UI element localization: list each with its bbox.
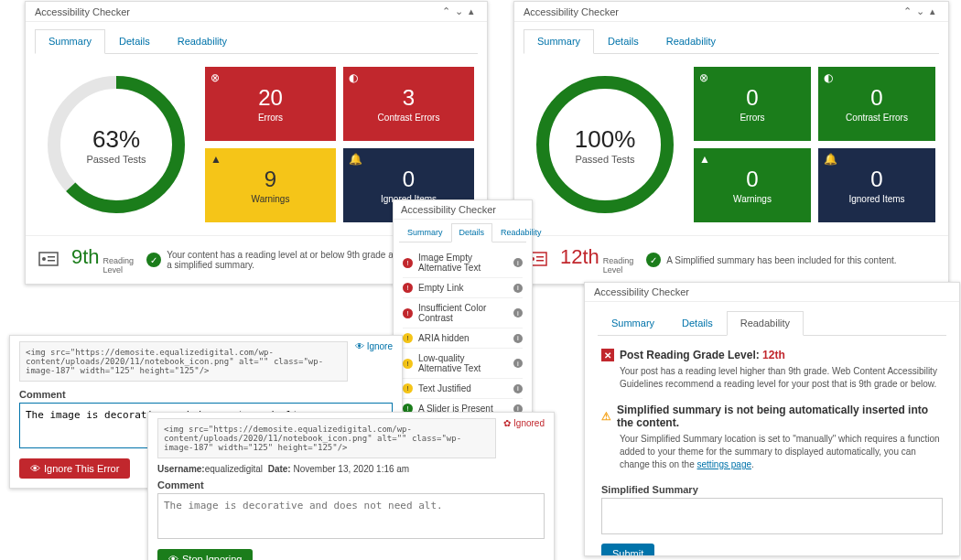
red-dot-icon: !: [403, 308, 413, 318]
reading-level-heading: ✕ Post Reading Grade Level: 12th: [601, 349, 943, 361]
eye-off-icon: 👁: [30, 463, 40, 474]
detail-item[interactable]: !Empty Linki: [403, 278, 523, 298]
info-icon[interactable]: i: [513, 359, 523, 368]
detail-label: Text Justified: [418, 383, 508, 393]
panel-header: Accessibility Checker ⌃ ⌄ ▴: [26, 2, 487, 22]
tab-summary[interactable]: Summary: [399, 223, 451, 242]
yellow-dot-icon: !: [403, 333, 413, 343]
panel-header: Accessibility Checker: [394, 200, 532, 220]
simplified-warning-heading: ⚠ Simplified summary is not being automa…: [601, 404, 943, 429]
info-icon[interactable]: i: [513, 334, 523, 343]
panel-title: Accessibility Checker: [35, 6, 130, 17]
info-icon[interactable]: i: [513, 258, 523, 267]
collapse-icon[interactable]: ▴: [926, 5, 939, 17]
tab-details[interactable]: Details: [668, 311, 727, 335]
detail-label: Image Empty Alternative Text: [418, 253, 508, 273]
x-circle-icon: ⊗: [699, 71, 708, 84]
tile-errors[interactable]: ⊗ 20 Errors: [205, 67, 336, 141]
stop-ignoring-button[interactable]: 👁 Stop Ignoring: [157, 549, 253, 560]
yellow-dot-icon: !: [403, 383, 413, 393]
tab-summary[interactable]: Summary: [35, 29, 105, 54]
detail-item[interactable]: !Low-quality Alternative Texti: [403, 349, 523, 379]
tab-summary[interactable]: Summary: [598, 311, 668, 335]
detail-item[interactable]: !Image Empty Alternative Texti: [403, 248, 523, 278]
collapse-icon[interactable]: ▴: [465, 5, 478, 17]
chevron-down-icon[interactable]: ⌄: [452, 5, 465, 17]
bell-icon: 🔔: [824, 153, 837, 166]
svg-rect-9: [536, 256, 544, 258]
ignored-badge: ✿ Ignored: [503, 418, 545, 428]
tab-readability[interactable]: Readability: [164, 29, 241, 53]
yellow-dot-icon: !: [403, 359, 413, 369]
chevron-up-icon[interactable]: ⌃: [901, 5, 913, 17]
tab-details[interactable]: Details: [451, 223, 493, 242]
detail-item[interactable]: !Insufficient Color Contrasti: [403, 298, 523, 328]
gear-icon: ✿: [503, 418, 511, 428]
contrast-icon: ◐: [824, 71, 833, 84]
detail-item[interactable]: !ARIA hiddeni: [403, 328, 523, 349]
detail-label: ARIA hidden: [418, 333, 508, 343]
details-popup: Accessibility Checker Summary Details Re…: [393, 199, 533, 446]
tile-ignored[interactable]: 🔔 0 Ignored Items: [818, 148, 935, 222]
reading-grade: 12th: [560, 245, 599, 269]
ignore-badge: 👁 Ignore: [355, 341, 393, 351]
simplified-summary-textarea[interactable]: [601, 498, 943, 534]
tab-details[interactable]: Details: [594, 29, 653, 53]
panel-header: Accessibility Checker: [585, 283, 959, 302]
settings-page-link[interactable]: settings page: [697, 459, 752, 469]
tab-readability[interactable]: Readability: [653, 29, 729, 53]
info-icon[interactable]: i: [513, 308, 523, 318]
info-icon[interactable]: i: [513, 284, 523, 293]
x-icon: ✕: [601, 349, 614, 361]
percent-label: Passed Tests: [86, 154, 146, 165]
tab-bar: Summary Details Readability: [35, 29, 478, 54]
svg-rect-10: [536, 260, 544, 262]
comment-textarea[interactable]: [157, 493, 545, 539]
tab-readability[interactable]: Readability: [727, 311, 804, 336]
tile-warnings[interactable]: ▲ 9 Warnings: [205, 148, 336, 222]
eye-off-icon: 👁: [355, 341, 364, 351]
percent-value: 100%: [575, 125, 636, 154]
code-snippet: <img src="https://demosite.equalizedigit…: [19, 341, 348, 382]
passed-tests-donut: 63% Passed Tests: [38, 67, 194, 222]
red-dot-icon: !: [403, 258, 413, 268]
warning-icon: ▲: [699, 153, 710, 166]
reading-level-icon: [38, 250, 59, 270]
tab-readability[interactable]: Readability: [492, 223, 550, 242]
tile-contrast[interactable]: ◐ 0 Contrast Errors: [818, 67, 935, 141]
detail-label: Insufficient Color Contrast: [418, 303, 508, 323]
tab-bar: Summary Details Readability: [524, 29, 939, 54]
warning-icon: ▲: [211, 153, 221, 166]
readability-window: Accessibility Checker Summary Details Re…: [584, 282, 960, 556]
reading-grade: 9th: [71, 245, 100, 269]
stop-ignoring-box: <img src="https://demosite.equalizedigit…: [147, 412, 555, 560]
eye-icon: 👁: [168, 554, 178, 560]
detail-item[interactable]: !Text Justifiedi: [403, 379, 523, 399]
panel-title: Accessibility Checker: [524, 6, 619, 17]
check-icon: ✓: [646, 253, 661, 267]
info-icon[interactable]: i: [513, 384, 523, 393]
detail-label: Empty Link: [418, 283, 508, 293]
submit-button[interactable]: Submit: [601, 544, 654, 556]
svg-rect-5: [48, 260, 55, 262]
percent-label: Passed Tests: [575, 154, 634, 165]
warning-icon: ⚠: [601, 410, 611, 423]
ignore-error-button[interactable]: 👁 Ignore This Error: [19, 458, 130, 479]
bell-icon: 🔔: [349, 153, 362, 166]
checker-panel-100: Accessibility Checker ⌃ ⌄ ▴ Summary Deta…: [513, 1, 949, 285]
tile-contrast[interactable]: ◐ 3 Contrast Errors: [343, 67, 474, 141]
x-circle-icon: ⊗: [211, 71, 220, 84]
panel-header: Accessibility Checker ⌃ ⌄ ▴: [514, 2, 948, 22]
tile-errors[interactable]: ⊗ 0 Errors: [694, 67, 811, 141]
tab-summary[interactable]: Summary: [524, 29, 594, 54]
tab-details[interactable]: Details: [105, 29, 164, 53]
svg-point-3: [42, 257, 46, 261]
tile-warnings[interactable]: ▲ 0 Warnings: [694, 148, 811, 222]
chevron-down-icon[interactable]: ⌄: [913, 5, 926, 17]
detail-label: Low-quality Alternative Text: [418, 353, 508, 373]
passed-tests-donut: 100% Passed Tests: [527, 67, 683, 222]
contrast-icon: ◐: [349, 71, 358, 84]
red-dot-icon: !: [403, 283, 413, 293]
code-snippet: <img src="https://demosite.equalizedigit…: [157, 418, 496, 458]
chevron-up-icon[interactable]: ⌃: [439, 5, 452, 17]
